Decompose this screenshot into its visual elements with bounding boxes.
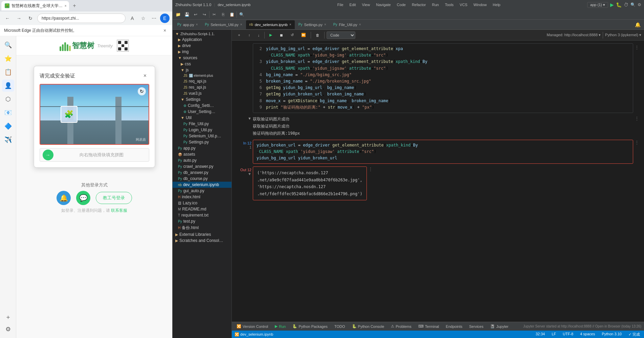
cell-in-12[interactable]: In 12 1 yidun_broken_url = edge_driver.g… [235, 140, 641, 164]
jupyter-item[interactable]: 📓 Jupyter [488, 323, 510, 329]
output-fold-icon[interactable]: ▼ [235, 116, 251, 120]
sidebar-office-button[interactable]: 🔷 [2, 120, 14, 132]
toolbar-undo-button[interactable]: ↩ [192, 10, 200, 19]
tab-close-selenium[interactable]: × [240, 23, 242, 26]
run-config-dropdown[interactable]: app (1) ▾ [587, 2, 608, 8]
new-tab-button[interactable]: + [70, 1, 79, 10]
tree-config-settings[interactable]: ⚙ Config_Setti… [173, 103, 231, 109]
menu-code[interactable]: Code [394, 2, 408, 7]
tab-settings-py[interactable]: Py Settings.py × [295, 20, 330, 29]
sidebar-history-button[interactable]: 📋 [2, 66, 14, 78]
tree-user-setting[interactable]: ⚙ User_Setting… [173, 109, 231, 115]
tree-css[interactable]: ▶ css [173, 61, 231, 67]
python-packages-item[interactable]: 🐍 Python Packages [290, 323, 330, 329]
browser-profile-button[interactable]: ⋯ [149, 14, 159, 23]
tree-selenium-util-file[interactable]: Py Selenium_Util.p… [173, 133, 231, 139]
tree-dev-selenium[interactable]: nb dev_selenium.ipynb [173, 182, 231, 188]
tree-vue3[interactable]: JS vue3.js [173, 90, 231, 96]
menu-vcs[interactable]: VCS [457, 2, 470, 7]
status-encoding[interactable]: LF [550, 332, 557, 337]
tab-selenium-util[interactable]: Py Selenium_Util.py × [202, 20, 246, 29]
tree-drive[interactable]: ▶ drive [173, 43, 231, 49]
run-item[interactable]: ▶ Run [273, 323, 288, 329]
out12-more[interactable]: ⋮ [368, 166, 375, 200]
tree-auto-py[interactable]: Py auto.py [173, 157, 231, 163]
debug-button[interactable]: 🐛 [616, 2, 622, 7]
sidebar-settings-button[interactable]: ⚙ [2, 323, 14, 335]
notification-login-button[interactable]: 🔔 [57, 191, 71, 205]
status-python[interactable]: Python 3.10 [600, 332, 623, 337]
tree-backup-html[interactable]: H 备份.html [173, 224, 231, 231]
nb-move-down-button[interactable]: ↓ [255, 31, 263, 39]
nb-restart-button[interactable]: ↺ [288, 31, 296, 39]
nav-back-button[interactable]: ← [3, 14, 12, 23]
menu-navigate[interactable]: Navigate [373, 2, 393, 7]
in12-more[interactable]: ⋮ [635, 140, 641, 164]
tab-file-util[interactable]: Py File_Util.py × [330, 20, 364, 29]
tree-scratches[interactable]: ▶ Scratches and Consol… [173, 238, 231, 244]
tree-element-plus[interactable]: JS 🔢 element-plus [173, 73, 231, 78]
tree-app-py[interactable]: Py app.py [173, 145, 231, 151]
captcha-slider[interactable]: → 向右拖动滑块填充拼图 [40, 148, 149, 162]
footer-link[interactable]: 联系客服 [111, 208, 127, 213]
cell-type-select[interactable]: Code Markdown Raw [327, 31, 355, 39]
sidebar-favorites-button[interactable]: ⭐ [2, 52, 14, 65]
captcha-refresh-button[interactable]: ↻ [138, 87, 146, 95]
tree-db-course[interactable]: Py db_course.py [173, 176, 231, 182]
tab-dev-selenium[interactable]: nb dev_selenium.ipynb × [246, 20, 295, 29]
captcha-close-button[interactable]: × [141, 72, 149, 80]
toolbar-find-button[interactable]: 🔍 [238, 10, 246, 19]
tree-login-util[interactable]: Py Login_Util.py [173, 127, 231, 133]
tree-assets[interactable]: 📦 assets [173, 151, 231, 157]
nav-refresh-button[interactable]: ↻ [26, 14, 35, 23]
menu-help[interactable]: Help [490, 2, 503, 7]
sidebar-telegram-button[interactable]: ✈️ [2, 134, 14, 146]
cell-in-12-code[interactable]: yidun_broken_url = edge_driver.get_eleme… [253, 140, 633, 164]
status-position[interactable]: 32:34 [534, 332, 547, 337]
nb-add-cell-button[interactable]: ＋ [235, 31, 244, 39]
out-fold[interactable]: ▼ [235, 172, 251, 176]
tree-util-folder[interactable]: ▼ Util [173, 115, 231, 121]
status-indent[interactable]: 4 spaces [579, 332, 596, 337]
tree-file-util[interactable]: Py File_Util.py [173, 121, 231, 127]
tree-index-html[interactable]: H index.html [173, 194, 231, 200]
toolbar-save-button[interactable]: 💾 [183, 10, 191, 19]
cell-1[interactable]: 2yidun_bg_img_url = edge_driver.get_elem… [235, 43, 641, 113]
tree-db-answer[interactable]: Py db_answer.py [173, 170, 231, 176]
tree-settings-py[interactable]: Py Settings.py [173, 139, 231, 145]
version-control-item[interactable]: 🔀 Version Control [235, 323, 270, 329]
menu-refactor[interactable]: Refactor [409, 2, 429, 7]
edge-banner-close-button[interactable]: × [161, 27, 168, 34]
nb-run-button[interactable]: ▶ [267, 31, 275, 39]
nb-move-up-button[interactable]: ↑ [246, 31, 253, 39]
menu-tools[interactable]: Tools [442, 2, 457, 7]
settings-button[interactable]: ⚙ [638, 2, 641, 7]
tree-res-api[interactable]: JS res_api.js [173, 84, 231, 90]
sidebar-add-button[interactable]: ＋ [2, 311, 14, 323]
cell-1-fold[interactable]: ⋮ [635, 43, 641, 113]
nb-restart-run-button[interactable]: ⏩ [298, 31, 309, 39]
toolbar-redo-button[interactable]: ↪ [200, 10, 208, 19]
wechat-login-button[interactable]: 💬 [76, 191, 90, 205]
notifications-button[interactable]: 🔔 [633, 21, 643, 28]
tab-close-button[interactable]: × [65, 3, 67, 8]
tree-lazy-ico[interactable]: 🖼 Lazy.ico [173, 200, 231, 206]
services-item[interactable]: Services [467, 324, 485, 329]
tree-application[interactable]: ▶ Application [173, 37, 231, 43]
sidebar-apps-button[interactable]: ⬡ [2, 93, 14, 105]
sidebar-outlook-button[interactable]: 📧 [2, 107, 14, 119]
nb-clear-button[interactable]: 🗑 [313, 31, 322, 39]
tree-root[interactable]: ▼ Zhihuishu-Script-1.1. [173, 31, 231, 37]
menu-edit[interactable]: Edit [347, 2, 359, 7]
python-console-item[interactable]: 🐍 Python Console [350, 323, 386, 329]
cell-1-code[interactable]: 2yidun_bg_img_url = edge_driver.get_elem… [253, 43, 633, 113]
tree-requirement[interactable]: T requirement.txt [173, 212, 231, 218]
address-bar-input[interactable] [37, 14, 126, 23]
search-everywhere-button[interactable]: 🔍 [630, 2, 636, 7]
menu-view[interactable]: View [359, 2, 373, 7]
tree-js[interactable]: ▼ js [173, 67, 231, 73]
menu-file[interactable]: File [335, 2, 346, 7]
toolbar-paste-button[interactable]: 📋 [228, 10, 236, 19]
toolbar-copy-button[interactable]: ⎘ [219, 10, 227, 19]
tab-close-dev-selenium[interactable]: × [289, 23, 291, 26]
